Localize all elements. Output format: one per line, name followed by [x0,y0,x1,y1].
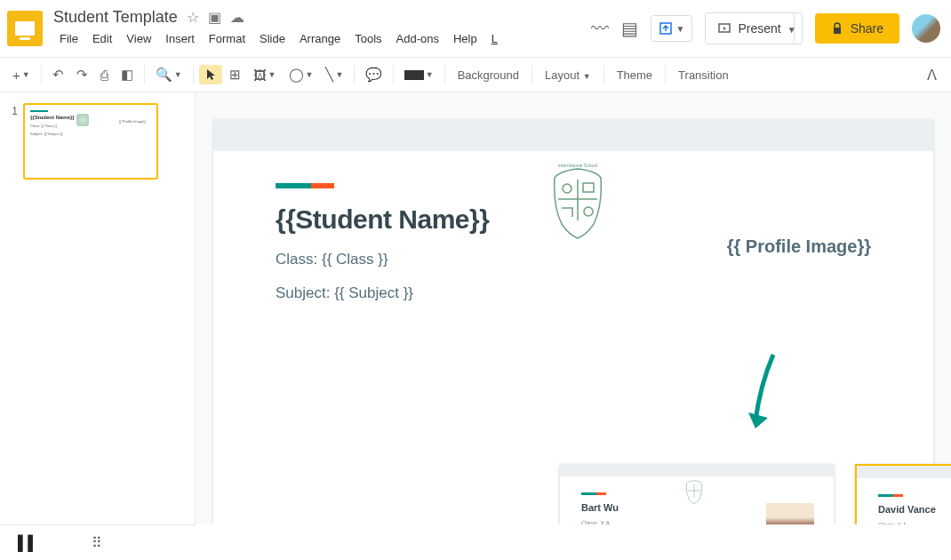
arrow-annotation [747,350,791,439]
redo-button[interactable]: ↷ [71,63,93,86]
select-tool[interactable] [199,65,222,84]
slides-logo[interactable] [7,11,43,46]
paint-format-button[interactable]: ◧ [116,63,139,86]
toolbar: + ▼ ↶ ↷ ⎙ ◧ 🔍 ▼ ⊞ 🖼 ▼ ◯ ▼ ╲ ▼ 💬 A ▼ Back… [0,57,951,92]
transition-button[interactable]: Transition [671,65,736,85]
cloud-icon[interactable]: ☁ [230,9,244,26]
collapse-toolbar-icon[interactable]: ᐱ [920,63,944,87]
line-tool[interactable]: ╲ ▼ [320,63,348,86]
svg-rect-6 [583,183,594,192]
upload-icon [659,21,673,36]
header-bar: Student Template ☆ ▣ ☁ File Edit View In… [0,0,951,57]
dropdown-icon: ▼ [676,24,685,34]
present-button[interactable]: Present [705,12,794,44]
new-slide-button[interactable]: + ▼ [7,64,36,86]
menu-insert[interactable]: Insert [159,28,201,49]
thumb-crest-icon [76,114,89,126]
theme-button[interactable]: Theme [610,65,659,85]
lock-icon [831,22,843,35]
menu-slide[interactable]: Slide [253,28,292,49]
menu-format[interactable]: Format [203,28,252,49]
layout-button[interactable]: Layout ▼ [538,65,598,85]
grid-view-icon[interactable]: ⠿ [92,534,102,551]
comment-button[interactable]: 💬 [360,63,388,86]
slide-thumbnail-1[interactable]: {{Student Name}} {{ Profile Image}} Clas… [23,103,158,180]
menu-tools[interactable]: Tools [348,28,388,49]
move-icon[interactable]: ▣ [208,9,221,26]
profile-image-placeholder[interactable]: {{ Profile Image}} [727,236,871,257]
account-avatar[interactable] [912,14,940,43]
menu-view[interactable]: View [120,28,157,49]
svg-rect-2 [834,28,841,34]
image-tool[interactable]: 🖼 ▼ [248,64,282,86]
preview-slide-2[interactable]: David Vance Class: X A Subject: 2 [855,464,951,524]
share-button[interactable]: Share [815,13,899,44]
doc-title[interactable]: Student Template [53,8,178,27]
doc-info: Student Template ☆ ▣ ☁ File Edit View In… [53,8,591,49]
menu-bar: File Edit View Insert Format Slide Arran… [53,28,591,49]
menu-last-edit[interactable]: L [485,28,504,49]
undo-button[interactable]: ↶ [47,63,69,86]
print-button[interactable]: ⎙ [95,64,114,86]
menu-addons[interactable]: Add-ons [390,28,445,49]
textbox-tool[interactable]: ⊞ [224,63,246,86]
menu-arrange[interactable]: Arrange [293,28,347,49]
preview-slide-1[interactable]: Bart Wu Class: X A Subject: Maths, Physi… [560,464,834,524]
present-dropdown[interactable]: ▼ [782,12,803,44]
workspace: 1 {{Student Name}} {{ Profile Image}} Cl… [0,92,951,524]
svg-point-5 [563,184,571,193]
subject-field[interactable]: Subject: {{ Subject }} [276,284,871,302]
zoom-button[interactable]: 🔍 ▼ [150,63,188,86]
menu-help[interactable]: Help [447,28,483,49]
filmstrip-view-icon[interactable]: ▌▌ [18,535,38,551]
star-icon[interactable]: ☆ [187,9,199,26]
shape-tool[interactable]: ◯ ▼ [284,63,319,86]
menu-file[interactable]: File [53,28,84,49]
accent-bar [276,183,334,188]
background-button[interactable]: Background [451,65,526,85]
svg-point-7 [584,207,593,216]
school-crest-icon: International School [544,162,611,242]
filmstrip: 1 {{Student Name}} {{ Profile Image}} Cl… [0,92,196,524]
fill-button[interactable]: A ▼ [399,67,438,84]
preview-photo [766,503,814,524]
preview-row: Bart Wu Class: X A Subject: Maths, Physi… [560,464,951,524]
comments-icon[interactable]: ▤ [621,18,638,39]
activity-icon[interactable]: 〰 [591,19,609,39]
preview-name: David Vance [878,504,951,515]
present-icon [718,22,731,35]
menu-edit[interactable]: Edit [86,28,118,49]
svg-text:International School: International School [558,163,597,168]
bottom-bar: ▌▌ ⠿ [0,524,196,560]
preview-class: Class: X A [878,522,951,524]
canvas[interactable]: {{Student Name}} Class: {{ Class }} Subj… [196,92,951,524]
thumb-number: 1 [7,103,18,180]
preview-crest-icon [683,478,706,505]
upload-button[interactable]: ▼ [651,15,693,42]
